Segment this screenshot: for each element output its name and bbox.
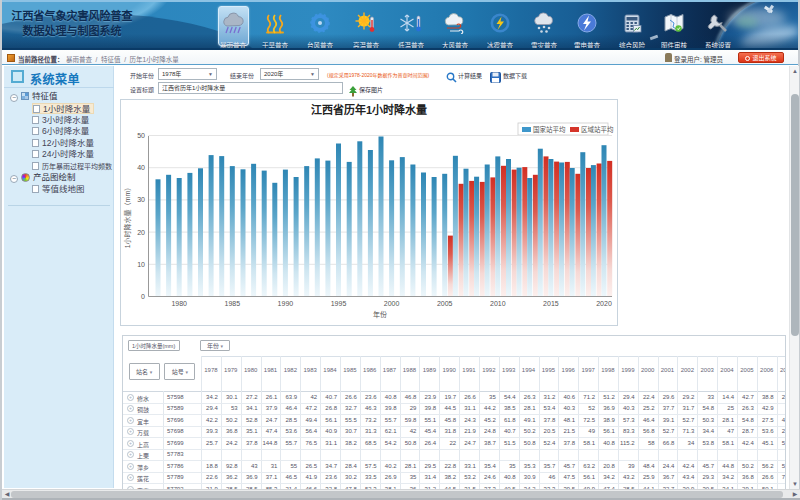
svg-text:1995: 1995	[331, 300, 347, 307]
svg-text:1980: 1980	[171, 300, 187, 307]
svg-text:40: 40	[137, 164, 145, 171]
svg-text:2010: 2010	[490, 300, 506, 307]
svg-text:10: 10	[137, 261, 145, 268]
svg-text:区域站平均: 区域站平均	[581, 125, 614, 134]
svg-text:2015: 2015	[543, 300, 559, 307]
svg-text:20: 20	[137, 229, 145, 236]
svg-text:2020: 2020	[596, 300, 612, 307]
svg-text:年份: 年份	[373, 310, 387, 319]
svg-text:0: 0	[141, 293, 145, 300]
svg-text:1985: 1985	[225, 300, 241, 307]
svg-text:国家站平均: 国家站平均	[533, 125, 566, 134]
svg-text:30: 30	[137, 196, 145, 203]
svg-text:江西省历年1小时降水量: 江西省历年1小时降水量	[311, 103, 427, 116]
svg-text:1990: 1990	[278, 300, 294, 307]
svg-text:2005: 2005	[437, 300, 453, 307]
svg-text:1小时降水量（mm）: 1小时降水量（mm）	[123, 184, 132, 249]
svg-text:2000: 2000	[384, 300, 400, 307]
svg-text:50: 50	[137, 132, 145, 139]
